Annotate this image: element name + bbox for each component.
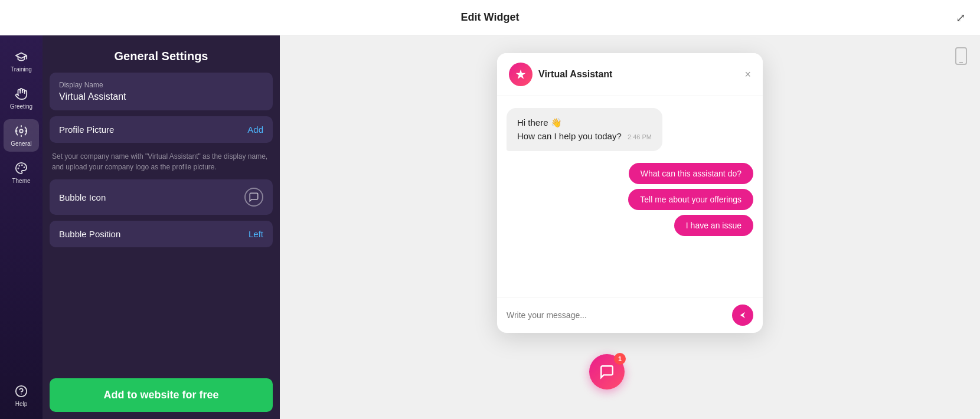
svg-point-4 <box>18 168 19 169</box>
top-bar: Edit Widget ⤢ <box>0 0 980 35</box>
bubble-icon-label: Bubble Icon <box>59 192 106 202</box>
profile-picture-add-button[interactable]: Add <box>247 125 263 135</box>
sidebar-item-help[interactable]: Help <box>4 379 39 412</box>
sidebar-item-label-general: General <box>11 140 32 147</box>
sidebar-item-training[interactable]: Training <box>4 45 39 77</box>
sidebar-item-label-greeting: Greeting <box>10 103 32 110</box>
chat-header-left: Virtual Assistant <box>509 63 612 86</box>
chat-body: Hi there 👋 How can I help you today? 2:4… <box>497 96 763 297</box>
training-icon <box>14 50 28 64</box>
svg-rect-7 <box>956 48 966 64</box>
suggestion-chip-1[interactable]: Tell me about your offerings <box>628 189 753 210</box>
sidebar-item-label-theme: Theme <box>12 178 30 184</box>
chat-header: Virtual Assistant × <box>497 53 763 96</box>
suggestion-chip-2[interactable]: I have an issue <box>674 215 753 236</box>
bot-message-time: 2:46 PM <box>628 133 652 140</box>
bubble-icon-field: Bubble Icon <box>50 179 273 215</box>
mobile-preview-icon[interactable] <box>954 47 968 69</box>
main-content: Training Greeting General <box>0 35 980 419</box>
svg-point-2 <box>24 167 25 168</box>
add-to-website-button[interactable]: Add to website for free <box>50 378 273 412</box>
chat-bubble-float[interactable]: 1 <box>589 354 625 389</box>
settings-panel: General Settings Display Name Virtual As… <box>43 35 280 419</box>
bot-message-line1: Hi there 👋 <box>517 116 652 130</box>
general-icon <box>14 124 28 138</box>
chat-avatar <box>509 63 533 86</box>
chat-send-button[interactable] <box>732 305 753 326</box>
svg-point-1 <box>22 165 22 166</box>
page-title: Edit Widget <box>461 11 520 24</box>
chat-widget: Virtual Assistant × Hi there 👋 How can I… <box>497 53 763 333</box>
bubble-position-field: Bubble Position Left <box>50 221 273 247</box>
settings-hint: Set your company name with "Virtual Assi… <box>50 149 273 179</box>
suggestion-chips: What can this assistant do? Tell me abou… <box>507 163 753 236</box>
chat-close-button[interactable]: × <box>744 68 751 81</box>
display-name-label: Display Name <box>59 81 263 89</box>
bubble-position-label: Bubble Position <box>59 229 120 239</box>
settings-title: General Settings <box>43 35 280 73</box>
display-name-value: Virtual Assistant <box>59 91 263 102</box>
chat-bubble-badge: 1 <box>614 353 626 365</box>
bubble-position-value[interactable]: Left <box>249 229 263 239</box>
greeting-icon <box>14 87 28 101</box>
profile-picture-field: Profile Picture Add <box>50 116 273 143</box>
theme-icon <box>14 161 28 175</box>
expand-icon[interactable]: ⤢ <box>956 11 966 25</box>
sidebar-item-greeting[interactable]: Greeting <box>4 82 39 114</box>
sidebar-item-label-help: Help <box>15 401 28 407</box>
display-name-field[interactable]: Display Name Virtual Assistant <box>50 73 273 110</box>
settings-body: Display Name Virtual Assistant Profile P… <box>43 73 280 371</box>
bot-message-bubble: Hi there 👋 How can I help you today? 2:4… <box>507 108 662 151</box>
preview-area: Virtual Assistant × Hi there 👋 How can I… <box>280 35 980 419</box>
suggestion-chip-0[interactable]: What can this assistant do? <box>629 163 753 184</box>
chat-message-input[interactable] <box>507 310 726 320</box>
bubble-icon-preview[interactable] <box>244 188 263 207</box>
svg-point-0 <box>19 129 23 133</box>
chat-widget-title: Virtual Assistant <box>538 69 612 80</box>
help-icon <box>14 384 28 398</box>
bot-message-line2: How can I help you today? 2:46 PM <box>517 130 652 143</box>
sidebar-item-general[interactable]: General <box>4 119 39 152</box>
settings-footer: Add to website for free <box>43 371 280 419</box>
sidebar-item-label-training: Training <box>11 66 32 73</box>
chat-input-area <box>497 297 763 333</box>
sidebar-item-theme[interactable]: Theme <box>4 156 39 189</box>
profile-picture-label: Profile Picture <box>59 125 114 135</box>
sidebar: Training Greeting General <box>0 35 43 419</box>
svg-point-3 <box>19 165 19 166</box>
